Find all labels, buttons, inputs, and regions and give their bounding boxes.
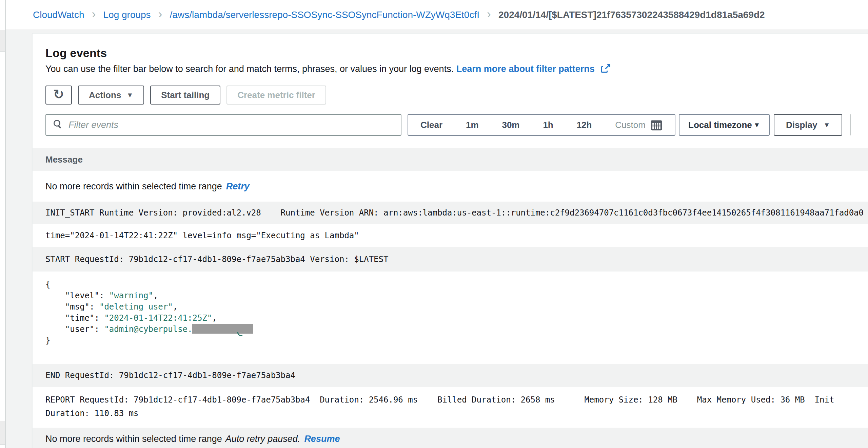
log-events-list: INIT_START Runtime Version: provided:al2… <box>33 202 868 428</box>
breadcrumb-item[interactable]: Log groups <box>103 10 151 20</box>
chevron-down-icon: ▼ <box>753 122 760 128</box>
auto-retry-status: Auto retry paused. <box>225 434 300 444</box>
refresh-button[interactable]: ↻ <box>45 86 72 105</box>
no-more-records-banner-top: No more records within selected time ran… <box>33 171 868 202</box>
calendar-icon <box>650 119 663 131</box>
breadcrumb-bar: CloudWatch›Log groups›/aws/lambda/server… <box>0 0 868 30</box>
redaction-box <box>192 324 253 334</box>
search-icon <box>54 120 60 127</box>
actions-toolbar: ↻ Actions▼ Start tailing Create metric f… <box>45 86 855 105</box>
breadcrumb-separator-icon: › <box>158 8 162 20</box>
time-range-group: Clear 1m30m1h12h Custom <box>408 114 675 136</box>
panel-header: Log events You can use the filter bar be… <box>33 34 868 136</box>
collapsed-sidebar[interactable] <box>0 0 6 448</box>
time-preset-button[interactable]: 12h <box>577 120 592 130</box>
display-dropdown[interactable]: Display ▼ <box>774 114 842 136</box>
time-preset-button[interactable]: 30m <box>502 120 519 130</box>
panel-description: You can use the filter bar below to sear… <box>45 63 855 75</box>
external-link-icon: ↗ <box>601 64 609 73</box>
time-preset-button[interactable]: 1m <box>466 120 479 130</box>
retry-link[interactable]: Retry <box>226 181 250 192</box>
log-event-row[interactable]: time="2024-01-14T22:41:22Z" level=info m… <box>33 224 868 247</box>
custom-time-button[interactable]: Custom <box>615 119 663 131</box>
actions-button[interactable]: Actions▼ <box>78 86 144 105</box>
log-event-row-json[interactable]: { "level": "warning", "msg": "deleting u… <box>33 272 868 364</box>
breadcrumb-separator-icon: › <box>487 8 491 20</box>
page-title: Log events <box>45 46 855 60</box>
banner-text: No more records within selected time ran… <box>45 434 222 444</box>
sidebar-section <box>0 421 5 445</box>
breadcrumb: CloudWatch›Log groups›/aws/lambda/server… <box>33 9 765 21</box>
learn-more-link[interactable]: Learn more about filter patterns <box>456 64 595 74</box>
breadcrumb-item[interactable]: CloudWatch <box>33 10 84 20</box>
filter-toolbar: Clear 1m30m1h12h Custom Local timezone ▼… <box>45 114 855 136</box>
log-event-row[interactable]: END RequestId: 79b1dc12-cf17-4db1-809e-f… <box>33 364 868 387</box>
filter-events-box[interactable] <box>45 114 401 136</box>
resume-link[interactable]: Resume <box>304 434 340 444</box>
chevron-down-icon: ▼ <box>824 122 830 128</box>
breadcrumb-separator-icon: › <box>92 8 96 20</box>
toolbar-divider <box>850 114 851 135</box>
breadcrumb-item: 2024/01/14/[$LATEST]21f76357302243588429… <box>498 10 765 20</box>
start-tailing-button[interactable]: Start tailing <box>150 86 220 105</box>
time-preset-button[interactable]: 1h <box>543 120 553 130</box>
clear-time-button[interactable]: Clear <box>420 120 442 130</box>
filter-events-input[interactable] <box>45 114 401 136</box>
no-more-records-banner-bottom: No more records within selected time ran… <box>33 428 868 448</box>
timezone-dropdown[interactable]: Local timezone ▼ <box>679 114 770 136</box>
log-event-row[interactable]: INIT_START Runtime Version: provided:al2… <box>33 202 868 224</box>
description-text: You can use the filter bar below to sear… <box>45 64 454 74</box>
create-metric-filter-button[interactable]: Create metric filter <box>226 86 326 105</box>
breadcrumb-item[interactable]: /aws/lambda/serverlessrepo-SSOSync-SSOSy… <box>170 10 479 20</box>
banner-text: No more records within selected time ran… <box>45 181 222 192</box>
message-column-header: Message <box>33 148 868 171</box>
refresh-icon: ↻ <box>53 88 64 101</box>
chevron-down-icon: ▼ <box>126 92 133 98</box>
log-event-row[interactable]: START RequestId: 79b1dc12-cf17-4db1-809e… <box>33 247 868 272</box>
log-events-panel: Log events You can use the filter bar be… <box>32 33 868 448</box>
log-event-row[interactable]: REPORT RequestId: 79b1dc12-cf17-4db1-809… <box>33 387 868 428</box>
sidebar-section <box>0 30 5 52</box>
